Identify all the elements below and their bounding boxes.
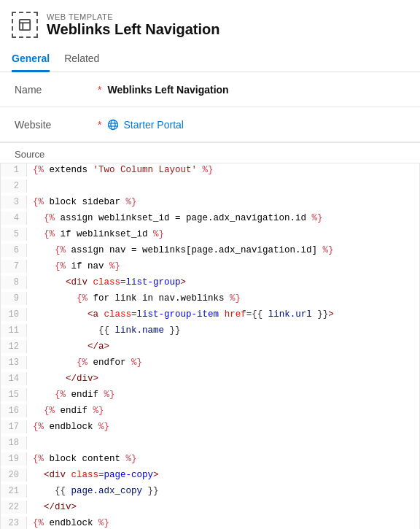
name-field: Name * Weblinks Left Navigation: [0, 72, 420, 107]
website-label: Website: [15, 119, 95, 131]
code-line-15: 15 {% endif %}: [1, 388, 419, 404]
globe-icon: [107, 119, 119, 131]
form-section: Name * Weblinks Left Navigation Website …: [0, 72, 420, 142]
name-required-star: *: [98, 84, 101, 96]
svg-rect-0: [20, 20, 30, 30]
website-field: Website * Starter Portal: [0, 107, 420, 142]
tab-related[interactable]: Related: [64, 47, 99, 72]
page-title: Weblinks Left Navigation: [47, 21, 219, 38]
code-line-20: 20 <div class=page-copy>: [1, 468, 419, 484]
tab-bar: General Related: [0, 47, 420, 72]
name-value: Weblinks Left Navigation: [107, 84, 228, 96]
code-editor[interactable]: 1 {% extends 'Two Column Layout' %} 2 3 …: [0, 163, 420, 529]
web-template-icon: [12, 12, 38, 38]
code-line-13: 13 {% endfor %}: [1, 356, 419, 372]
code-line-8: 8 <div class=list-group>: [1, 276, 419, 292]
code-line-19: 19 {% block content %}: [1, 452, 419, 468]
svg-point-4: [111, 120, 115, 129]
header-label: WEB TEMPLATE: [47, 12, 219, 21]
code-line-14: 14 </div>: [1, 372, 419, 388]
code-line-12: 12 </a>: [1, 340, 419, 356]
source-label: Source: [0, 142, 420, 163]
code-line-9: 9 {% for link in nav.weblinks %}: [1, 292, 419, 308]
code-line-21: 21 {{ page.adx_copy }}: [1, 484, 419, 501]
header-text-block: WEB TEMPLATE Weblinks Left Navigation: [47, 12, 219, 38]
tab-general[interactable]: General: [12, 47, 50, 72]
code-line-2: 2: [1, 179, 419, 196]
website-link[interactable]: Starter Portal: [107, 119, 183, 131]
code-line-11: 11 {{ link.name }}: [1, 324, 419, 340]
code-line-4: 4 {% assign weblinkset_id = page.adx_nav…: [1, 212, 419, 228]
svg-point-3: [109, 120, 118, 129]
code-line-10: 10 <a class=list-group-item href={{ link…: [1, 308, 419, 324]
code-line-16: 16 {% endif %}: [1, 404, 419, 420]
code-line-22: 22 </div>: [1, 501, 419, 517]
page-header: WEB TEMPLATE Weblinks Left Navigation: [0, 0, 420, 47]
name-label: Name: [15, 84, 95, 96]
code-line-18: 18: [1, 436, 419, 452]
code-line-17: 17 {% endblock %}: [1, 420, 419, 436]
code-line-3: 3 {% block sidebar %}: [1, 196, 419, 212]
code-line-1: 1 {% extends 'Two Column Layout' %}: [1, 163, 419, 179]
code-line-23: 23 {% endblock %}: [1, 517, 419, 529]
code-line-6: 6 {% assign nav = weblinks[page.adx_navi…: [1, 244, 419, 260]
code-line-7: 7 {% if nav %}: [1, 260, 419, 276]
website-required-star: *: [98, 119, 101, 131]
website-value: Starter Portal: [123, 119, 183, 131]
code-line-5: 5 {% if weblinkset_id %}: [1, 228, 419, 244]
